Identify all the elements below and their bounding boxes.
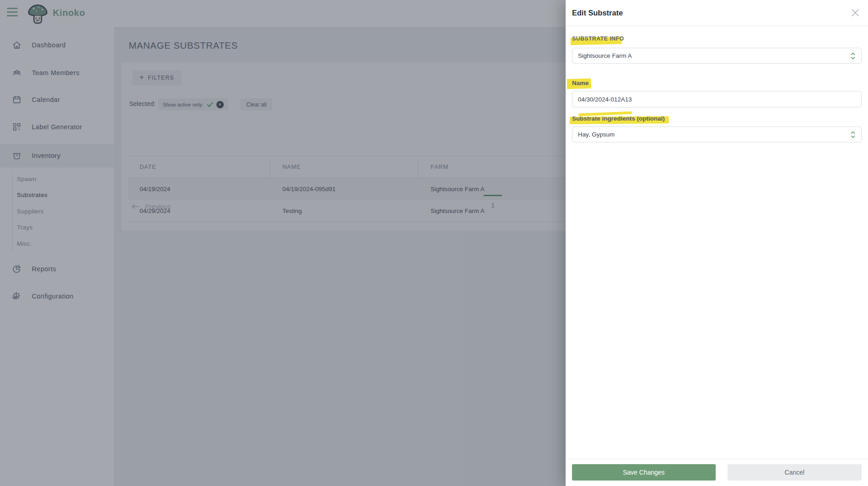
select-stepper-icon (850, 130, 856, 139)
select-stepper-icon (850, 51, 856, 61)
name-field-label: Name (572, 80, 589, 86)
panel-header: Edit Substrate (566, 0, 868, 26)
app-window: Kinoko Dashboard Team Members (0, 0, 868, 486)
close-icon[interactable] (849, 6, 862, 19)
ingredients-field-label: Substrate ingredients (optional) (572, 115, 665, 122)
farm-select[interactable]: Sightsource Farm A (572, 48, 862, 64)
section-heading-substrate-info: SUBSTRATE INFO (572, 35, 624, 42)
save-button[interactable]: Save Changes (572, 464, 716, 481)
panel-title: Edit Substrate (572, 9, 623, 17)
ingredients-select[interactable]: Hay, Gypsum (572, 127, 862, 142)
edit-substrate-panel: Edit Substrate SUBSTRATE INFO Sightsourc… (566, 0, 868, 486)
farm-select-value: Sightsource Farm A (578, 52, 632, 59)
ingredients-select-value: Hay, Gypsum (578, 131, 615, 138)
cancel-button[interactable]: Cancel (728, 464, 862, 481)
panel-body: SUBSTRATE INFO Sightsource Farm A Name S… (572, 26, 862, 142)
panel-footer: Save Changes Cancel (566, 459, 868, 486)
name-input[interactable] (572, 91, 862, 107)
